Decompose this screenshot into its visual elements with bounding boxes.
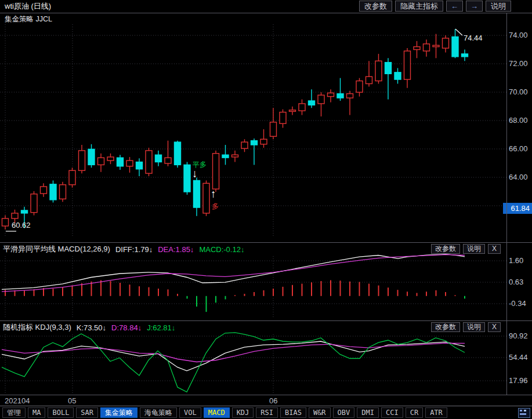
candle-body — [232, 155, 238, 157]
candle-body — [366, 76, 372, 83]
candle-body — [194, 180, 200, 207]
prev-arrow-button[interactable]: ← — [446, 1, 463, 12]
toolbar-item-ATR[interactable]: ATR — [425, 407, 447, 418]
toolbar-item-MA[interactable]: MA — [28, 407, 45, 418]
candle-body — [41, 187, 47, 194]
macd-change-params-button[interactable]: 改参数 — [431, 244, 460, 254]
axis-tick-label: 1.60 — [509, 256, 523, 265]
up-arrow-icon: ↑ — [211, 188, 216, 199]
toolbar-item-KDJ[interactable]: KDJ — [232, 407, 254, 418]
candle-body — [309, 101, 315, 105]
candle-body — [289, 110, 296, 111]
open-long-signal-label: 多 — [212, 202, 219, 212]
toolbar-item-DMI[interactable]: DMI — [357, 407, 379, 418]
axis-tick-label: 68.00 — [509, 116, 528, 125]
candle-body — [433, 45, 439, 46]
candle-body — [299, 104, 305, 111]
candle-body — [347, 94, 353, 98]
candle-body — [385, 63, 392, 74]
dea-line — [2, 254, 465, 292]
toolbar-item-集金策略[interactable]: 集金策略 — [100, 407, 137, 418]
macd-header-buttons: 改参数 说明 X — [431, 244, 501, 254]
next-arrow-button[interactable]: → — [466, 1, 483, 12]
candle-body — [414, 47, 420, 50]
axis-tick-label: 64.00 — [509, 173, 528, 181]
candle-body — [107, 157, 114, 161]
candle-body — [126, 161, 133, 166]
y-axis-line — [506, 13, 507, 395]
candle-body — [270, 122, 277, 137]
toolbar-item-CR[interactable]: CR — [406, 407, 423, 418]
low-price-annotation: 60.62 — [12, 221, 31, 229]
candle-body — [136, 162, 143, 169]
toolbar-item-W&R[interactable]: W&R — [309, 407, 331, 418]
candle-body — [356, 81, 363, 93]
candle-body — [165, 158, 171, 163]
kdj-title: 随机指标 KDJ(9,3,3) — [3, 322, 71, 333]
toolbar-item-SAR[interactable]: SAR — [76, 407, 98, 418]
candle-body — [79, 151, 85, 170]
toolbar-item-CCI[interactable]: CCI — [381, 407, 403, 418]
kdj-change-params-button[interactable]: 改参数 — [431, 322, 460, 332]
candle-body — [424, 44, 430, 51]
macd-close-button[interactable]: X — [488, 244, 501, 254]
hide-main-indicator-button[interactable]: 隐藏主指标 — [395, 1, 443, 12]
chart-canvas — [0, 0, 532, 419]
candle-body — [203, 183, 209, 213]
toolbar-item-MACD[interactable]: MACD — [204, 407, 230, 418]
candle-body — [375, 61, 382, 81]
kdj-d-line — [2, 343, 465, 362]
kdj-k-value: K:73.50↓ — [77, 323, 106, 332]
candle-body — [337, 94, 343, 98]
candle-body — [88, 149, 95, 165]
diff-line — [2, 254, 465, 290]
candle-body — [184, 165, 190, 192]
kdj-close-button[interactable]: X — [488, 322, 501, 332]
candle-body — [280, 112, 286, 124]
title-bar: wti原油 (日线) 改参数 隐藏主指标 ← → 说明 — [0, 0, 532, 13]
toolbar-item-VOL[interactable]: VOL — [179, 407, 201, 418]
macd-value: MACD:-0.12↓ — [199, 245, 244, 254]
toolbar-item-管理[interactable]: 管理 — [2, 407, 26, 418]
candle-body — [117, 158, 124, 166]
axis-tick-label: 54.44 — [509, 353, 528, 362]
toolbar-item-OBV[interactable]: OBV — [333, 407, 355, 418]
candle-body — [69, 170, 75, 185]
candle-body — [462, 54, 468, 57]
toolbar-item-RSI[interactable]: RSI — [256, 407, 278, 418]
candle-body — [31, 194, 37, 213]
kdj-d-value: D:78.84↓ — [111, 323, 142, 332]
x-axis-label: 06 — [269, 396, 277, 405]
axis-tick-label: 90.92 — [509, 331, 528, 340]
axis-tick-label: 74.00 — [509, 31, 528, 39]
divider — [0, 242, 532, 243]
candle-body — [21, 210, 28, 213]
candle-body — [155, 155, 162, 162]
kdj-help-button[interactable]: 说明 — [463, 322, 485, 332]
toolbar-item-海龟策略[interactable]: 海龟策略 — [140, 407, 177, 418]
toolbar-item-BOLL[interactable]: BOLL — [48, 407, 74, 418]
axis-tick-label: -0.34 — [509, 299, 526, 308]
macd-title: 平滑异同平均线 MACD(12,26,9) — [3, 244, 110, 254]
help-button[interactable]: 说明 — [486, 1, 511, 12]
candle-body — [98, 158, 104, 165]
kdj-j-line — [2, 333, 465, 392]
candle-body — [12, 213, 18, 218]
layout-grid-icon[interactable] — [518, 408, 530, 418]
macd-diff-value: DIFF:1.79↓ — [115, 245, 153, 254]
divider — [0, 320, 532, 321]
candle-body — [404, 51, 411, 79]
marker-line — [455, 29, 462, 35]
candle-body — [175, 142, 181, 165]
macd-help-button[interactable]: 说明 — [463, 244, 485, 254]
kdj-header: 随机指标 KDJ(9,3,3) K:73.50↓ D:78.84↓ J:62.8… — [3, 322, 175, 333]
x-axis-label: 05 — [68, 396, 76, 405]
divider — [0, 13, 532, 13]
candle-body — [222, 155, 229, 158]
divider — [0, 395, 532, 395]
toolbar-item-BIAS[interactable]: BIAS — [280, 407, 306, 418]
candle-body — [50, 184, 56, 200]
axis-tick-label: 70.00 — [509, 88, 528, 96]
change-params-button[interactable]: 改参数 — [359, 1, 392, 12]
x-axis-label: 202104 — [5, 396, 30, 405]
